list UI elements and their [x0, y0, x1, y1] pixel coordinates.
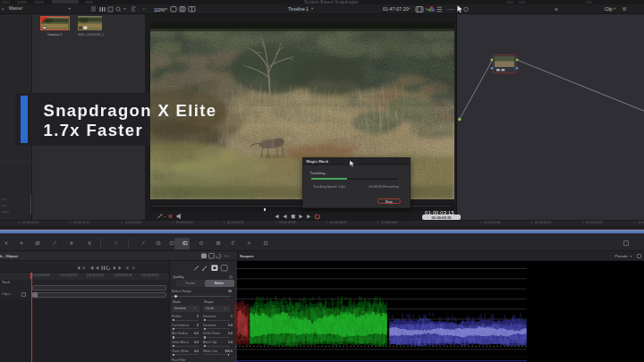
svg-text:110%: 110% [154, 8, 165, 13]
